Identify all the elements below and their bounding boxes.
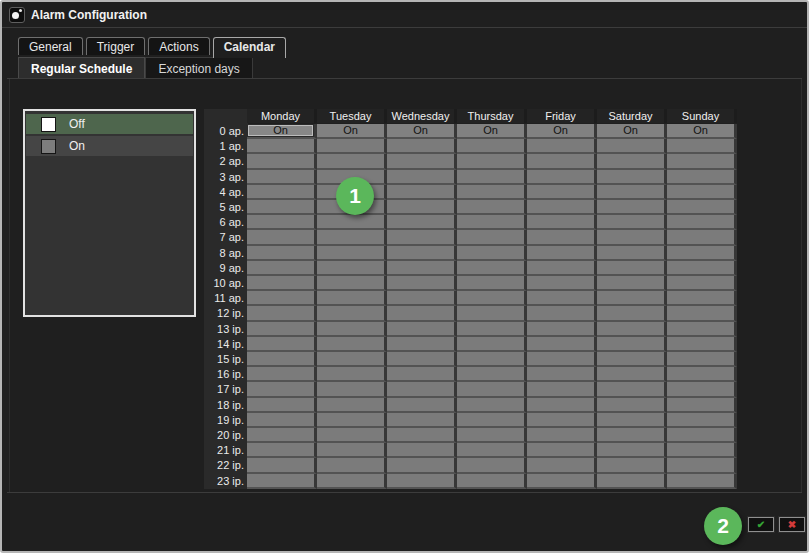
schedule-cell-saturday-21-ip[interactable] bbox=[597, 443, 667, 458]
schedule-cell-sunday-16-ip[interactable] bbox=[667, 367, 737, 382]
schedule-cell-wednesday-22-ip[interactable] bbox=[387, 458, 457, 473]
schedule-cell-wednesday-13-ip[interactable] bbox=[387, 322, 457, 337]
hour-label-22-ip[interactable]: 22 ip. bbox=[204, 458, 248, 473]
schedule-cell-thursday-0-ap[interactable]: On bbox=[457, 124, 527, 139]
schedule-cell-thursday-22-ip[interactable] bbox=[457, 458, 527, 473]
schedule-cell-friday-9-ap[interactable] bbox=[527, 261, 597, 276]
schedule-cell-tuesday-20-ip[interactable] bbox=[317, 428, 387, 443]
schedule-cell-friday-12-ip[interactable] bbox=[527, 306, 597, 321]
schedule-cell-monday-2-ap[interactable] bbox=[247, 154, 317, 169]
schedule-cell-monday-23-ip[interactable] bbox=[247, 474, 317, 489]
schedule-cell-wednesday-7-ap[interactable] bbox=[387, 230, 457, 245]
hour-label-2-ap[interactable]: 2 ap. bbox=[204, 154, 248, 169]
schedule-cell-monday-12-ip[interactable] bbox=[247, 306, 317, 321]
schedule-cell-saturday-17-ip[interactable] bbox=[597, 382, 667, 397]
schedule-cell-saturday-18-ip[interactable] bbox=[597, 398, 667, 413]
schedule-cell-wednesday-21-ip[interactable] bbox=[387, 443, 457, 458]
hour-label-20-ip[interactable]: 20 ip. bbox=[204, 428, 248, 443]
schedule-cell-sunday-18-ip[interactable] bbox=[667, 398, 737, 413]
schedule-cell-wednesday-1-ap[interactable] bbox=[387, 139, 457, 154]
schedule-cell-thursday-21-ip[interactable] bbox=[457, 443, 527, 458]
hour-label-1-ap[interactable]: 1 ap. bbox=[204, 139, 248, 154]
schedule-cell-sunday-9-ap[interactable] bbox=[667, 261, 737, 276]
schedule-cell-friday-10-ap[interactable] bbox=[527, 276, 597, 291]
schedule-cell-wednesday-15-ip[interactable] bbox=[387, 352, 457, 367]
schedule-cell-friday-2-ap[interactable] bbox=[527, 154, 597, 169]
schedule-cell-monday-19-ip[interactable] bbox=[247, 413, 317, 428]
schedule-cell-wednesday-17-ip[interactable] bbox=[387, 382, 457, 397]
schedule-cell-friday-11-ap[interactable] bbox=[527, 291, 597, 306]
schedule-cell-tuesday-9-ap[interactable] bbox=[317, 261, 387, 276]
schedule-cell-monday-16-ip[interactable] bbox=[247, 367, 317, 382]
schedule-cell-sunday-17-ip[interactable] bbox=[667, 382, 737, 397]
hour-label-21-ip[interactable]: 21 ip. bbox=[204, 443, 248, 458]
schedule-cell-thursday-19-ip[interactable] bbox=[457, 413, 527, 428]
schedule-cell-saturday-7-ap[interactable] bbox=[597, 230, 667, 245]
schedule-cell-friday-0-ap[interactable]: On bbox=[527, 124, 597, 139]
schedule-cell-monday-8-ap[interactable] bbox=[247, 246, 317, 261]
schedule-cell-friday-23-ip[interactable] bbox=[527, 474, 597, 489]
schedule-cell-friday-1-ap[interactable] bbox=[527, 139, 597, 154]
schedule-cell-tuesday-19-ip[interactable] bbox=[317, 413, 387, 428]
schedule-cell-tuesday-7-ap[interactable] bbox=[317, 230, 387, 245]
schedule-cell-sunday-19-ip[interactable] bbox=[667, 413, 737, 428]
schedule-cell-wednesday-10-ap[interactable] bbox=[387, 276, 457, 291]
schedule-cell-friday-5-ap[interactable] bbox=[527, 200, 597, 215]
schedule-cell-friday-7-ap[interactable] bbox=[527, 230, 597, 245]
schedule-cell-monday-18-ip[interactable] bbox=[247, 398, 317, 413]
schedule-cell-tuesday-16-ip[interactable] bbox=[317, 367, 387, 382]
schedule-cell-sunday-12-ip[interactable] bbox=[667, 306, 737, 321]
schedule-cell-thursday-1-ap[interactable] bbox=[457, 139, 527, 154]
hour-label-6-ap[interactable]: 6 ap. bbox=[204, 215, 248, 230]
schedule-cell-sunday-4-ap[interactable] bbox=[667, 185, 737, 200]
schedule-cell-tuesday-2-ap[interactable] bbox=[317, 154, 387, 169]
subtab-exception-days[interactable]: Exception days bbox=[145, 57, 252, 78]
schedule-cell-saturday-16-ip[interactable] bbox=[597, 367, 667, 382]
schedule-cell-sunday-0-ap[interactable]: On bbox=[667, 124, 737, 139]
schedule-cell-thursday-8-ap[interactable] bbox=[457, 246, 527, 261]
schedule-cell-wednesday-18-ip[interactable] bbox=[387, 398, 457, 413]
day-header-sunday[interactable]: Sunday bbox=[667, 109, 737, 123]
legend-item-off[interactable]: Off bbox=[26, 114, 193, 134]
schedule-cell-saturday-19-ip[interactable] bbox=[597, 413, 667, 428]
schedule-cell-thursday-9-ap[interactable] bbox=[457, 261, 527, 276]
schedule-cell-wednesday-4-ap[interactable] bbox=[387, 185, 457, 200]
schedule-cell-saturday-0-ap[interactable]: On bbox=[597, 124, 667, 139]
schedule-cell-saturday-2-ap[interactable] bbox=[597, 154, 667, 169]
schedule-cell-tuesday-23-ip[interactable] bbox=[317, 474, 387, 489]
day-header-thursday[interactable]: Thursday bbox=[457, 109, 527, 123]
schedule-cell-saturday-10-ap[interactable] bbox=[597, 276, 667, 291]
schedule-cell-sunday-8-ap[interactable] bbox=[667, 246, 737, 261]
schedule-cell-sunday-23-ip[interactable] bbox=[667, 474, 737, 489]
schedule-cell-sunday-22-ip[interactable] bbox=[667, 458, 737, 473]
day-header-tuesday[interactable]: Tuesday bbox=[317, 109, 387, 123]
schedule-cell-thursday-18-ip[interactable] bbox=[457, 398, 527, 413]
tab-actions[interactable]: Actions bbox=[148, 37, 209, 55]
schedule-cell-saturday-22-ip[interactable] bbox=[597, 458, 667, 473]
schedule-cell-sunday-14-ip[interactable] bbox=[667, 337, 737, 352]
schedule-cell-sunday-20-ip[interactable] bbox=[667, 428, 737, 443]
schedule-cell-thursday-5-ap[interactable] bbox=[457, 200, 527, 215]
hour-label-12-ip[interactable]: 12 ip. bbox=[204, 306, 248, 321]
schedule-cell-sunday-15-ip[interactable] bbox=[667, 352, 737, 367]
schedule-cell-monday-1-ap[interactable] bbox=[247, 139, 317, 154]
hour-label-11-ap[interactable]: 11 ap. bbox=[204, 291, 248, 306]
schedule-cell-friday-22-ip[interactable] bbox=[527, 458, 597, 473]
schedule-cell-thursday-3-ap[interactable] bbox=[457, 170, 527, 185]
schedule-cell-tuesday-15-ip[interactable] bbox=[317, 352, 387, 367]
subtab-regular-schedule[interactable]: Regular Schedule bbox=[18, 57, 145, 78]
legend-item-on[interactable]: On bbox=[26, 136, 193, 156]
schedule-cell-wednesday-23-ip[interactable] bbox=[387, 474, 457, 489]
schedule-cell-monday-9-ap[interactable] bbox=[247, 261, 317, 276]
schedule-cell-tuesday-10-ap[interactable] bbox=[317, 276, 387, 291]
hour-label-10-ap[interactable]: 10 ap. bbox=[204, 276, 248, 291]
schedule-cell-wednesday-8-ap[interactable] bbox=[387, 246, 457, 261]
schedule-cell-monday-21-ip[interactable] bbox=[247, 443, 317, 458]
schedule-cell-monday-3-ap[interactable] bbox=[247, 170, 317, 185]
schedule-cell-saturday-12-ip[interactable] bbox=[597, 306, 667, 321]
schedule-cell-friday-18-ip[interactable] bbox=[527, 398, 597, 413]
schedule-cell-thursday-14-ip[interactable] bbox=[457, 337, 527, 352]
schedule-cell-friday-21-ip[interactable] bbox=[527, 443, 597, 458]
schedule-cell-sunday-5-ap[interactable] bbox=[667, 200, 737, 215]
schedule-cell-sunday-3-ap[interactable] bbox=[667, 170, 737, 185]
